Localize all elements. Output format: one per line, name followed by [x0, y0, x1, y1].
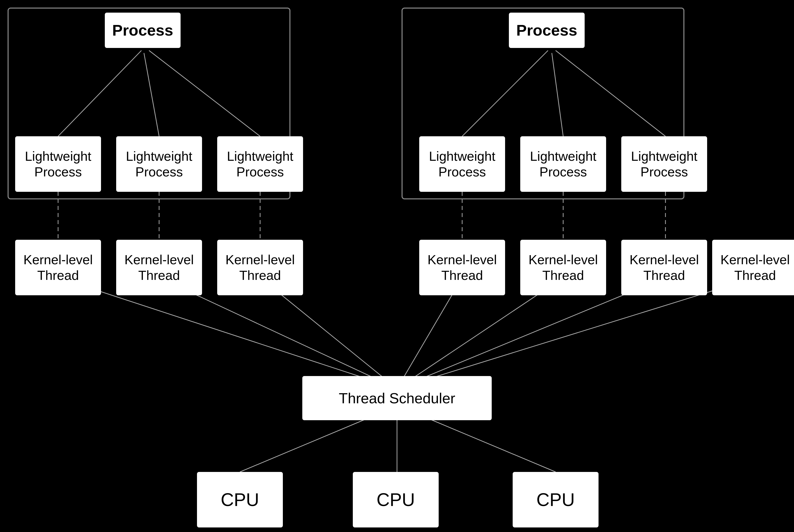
cpu-2: CPU — [353, 472, 439, 528]
process-node-1: Process — [105, 13, 181, 48]
lwp-2-2: LightweightProcess — [520, 136, 606, 192]
klt-extra: Kernel-levelThread — [712, 240, 794, 295]
lwp-2-3: LightweightProcess — [621, 136, 707, 192]
klt-1-3: Kernel-levelThread — [217, 240, 303, 295]
cpu-3: CPU — [513, 472, 598, 528]
klt-2-2: Kernel-levelThread — [520, 240, 606, 295]
cpu-1: CPU — [197, 472, 283, 528]
lwp-1-3: LightweightProcess — [217, 136, 303, 192]
process-node-2: Process — [509, 13, 585, 48]
klt-2-3: Kernel-levelThread — [621, 240, 707, 295]
svg-line-19 — [240, 419, 366, 472]
lwp-2-1: LightweightProcess — [419, 136, 505, 192]
klt-1-2: Kernel-levelThread — [116, 240, 202, 295]
svg-line-21 — [429, 419, 556, 472]
thread-scheduler: Thread Scheduler — [302, 376, 492, 420]
lwp-1-1: LightweightProcess — [15, 136, 101, 192]
klt-2-1: Kernel-levelThread — [419, 240, 505, 295]
lwp-1-2: LightweightProcess — [116, 136, 202, 192]
klt-1-1: Kernel-levelThread — [15, 240, 101, 295]
